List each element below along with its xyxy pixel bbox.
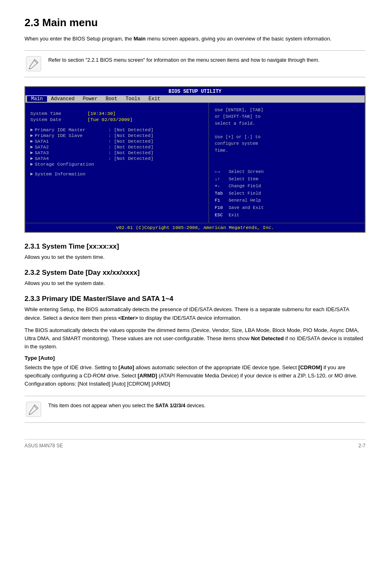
- item-value-primary-ide-slave: : [Not Detected]: [108, 133, 153, 138]
- bios-menu-tools[interactable]: Tools: [121, 96, 144, 102]
- bios-key-esc: ESC Exit: [215, 212, 361, 219]
- bios-help-line-1: Use [ENTER], [TAB]: [215, 107, 361, 114]
- bios-key-select-item: Select Item: [229, 176, 258, 183]
- body3-bold3: [ARMD]: [138, 373, 157, 379]
- note2-text2: devices.: [185, 403, 205, 408]
- item-value-primary-ide-master: : [Not Detected]: [108, 127, 153, 132]
- bios-menubar: Main Advanced Power Boot Tools Exit: [25, 95, 365, 103]
- bios-title: BIOS SETUP UTILITY: [25, 87, 365, 95]
- note-icon-2: [25, 400, 43, 418]
- arrow-icon: ►: [30, 162, 33, 167]
- body1-text2: to display the IDE/SATA device informati…: [138, 315, 241, 321]
- item-label-primary-ide-slave: Primary IDE Slave: [35, 133, 108, 138]
- bios-help-line-6: configure system: [215, 140, 361, 147]
- item-value-sata3: : [Not Detected]: [108, 150, 153, 155]
- intro-paragraph: When you enter the BIOS Setup program, t…: [25, 35, 365, 43]
- bios-left-panel: System Time [19:34:30] System Date [Tue …: [25, 103, 209, 223]
- arrow-icon: ►: [30, 150, 33, 155]
- note-text-2: This item does not appear when you selec…: [48, 400, 206, 410]
- bios-key-pm: +-: [215, 183, 226, 190]
- bios-help-line-4: [215, 127, 361, 134]
- item-label-sata1: SATA1: [35, 139, 108, 144]
- bios-key-save-exit: Save and Exit: [229, 204, 264, 212]
- arrow-icon: ►: [30, 133, 33, 138]
- item-label-sata4: SATA4: [35, 156, 108, 161]
- bios-menu-power[interactable]: Power: [78, 96, 101, 102]
- bios-item-sata2[interactable]: ► SATA2 : [Not Detected]: [30, 144, 205, 150]
- bios-key-exit: Exit: [229, 212, 239, 219]
- footer-left: ASUS M4N78 SE: [25, 443, 63, 449]
- section-233-body1: While entering Setup, the BIOS automatic…: [25, 305, 365, 322]
- bios-help-spacer: [215, 156, 361, 168]
- svg-rect-2: [26, 402, 41, 417]
- bios-key-f10-key: F10: [215, 204, 226, 212]
- arrow-icon: ►: [30, 171, 33, 177]
- item-label-primary-ide-master: Primary IDE Master: [35, 127, 108, 132]
- arrow-icon: ►: [30, 127, 33, 132]
- bios-footer: v02.61 (C)Copyright 1985-2008, American …: [25, 223, 365, 232]
- bios-menu-exit[interactable]: Exit: [144, 96, 164, 102]
- bios-item-sata1[interactable]: ► SATA1 : [Not Detected]: [30, 139, 205, 144]
- bios-key-change-field: Change Field: [229, 183, 261, 190]
- bios-key-nav: ←→ Select Screen: [215, 168, 361, 176]
- page-title: 2.3 Main menu: [25, 16, 365, 29]
- bios-menu-main[interactable]: Main: [27, 96, 47, 102]
- bios-system-time-row: System Time [19:34:30]: [30, 111, 205, 116]
- bios-system-date-row: System Date [Tue 02/03/2009]: [30, 117, 205, 122]
- bios-key-f1: F1 General Help: [215, 197, 361, 204]
- bios-item-system-info[interactable]: ► System Information: [30, 171, 205, 177]
- bios-item-primary-ide-master[interactable]: ► Primary IDE Master : [Not Detected]: [30, 127, 205, 132]
- section-233-title: 2.3.3 Primary IDE Master/Slave and SATA …: [25, 295, 365, 303]
- body3-text1: Selects the type of IDE drive. Setting t…: [25, 364, 119, 370]
- bios-menu-advanced[interactable]: Advanced: [47, 96, 79, 102]
- bios-body: System Time [19:34:30] System Date [Tue …: [25, 103, 365, 223]
- item-value-sata2: : [Not Detected]: [108, 144, 153, 150]
- note-box-2: This item does not appear when you selec…: [25, 396, 365, 423]
- body3-bold2: [CDROM]: [298, 364, 322, 370]
- footer-right: 2-7: [359, 443, 365, 449]
- bios-item-primary-ide-slave[interactable]: ► Primary IDE Slave : [Not Detected]: [30, 133, 205, 138]
- section-232-title: 2.3.2 System Date [Day xx/xx/xxxx]: [25, 269, 365, 277]
- bios-help-text: Use [ENTER], [TAB] or [SHIFT-TAB] to sel…: [215, 107, 361, 154]
- type-auto-heading: Type [Auto]: [25, 355, 365, 361]
- body3-bold1: [Auto]: [119, 364, 134, 370]
- bios-key-plusminus: +- Change Field: [215, 183, 361, 190]
- bios-system-date-label: System Date: [30, 117, 87, 122]
- item-label-storage-config: Storage Configuration: [35, 162, 108, 167]
- bios-help-line-3: select a field.: [215, 120, 361, 127]
- body3-text2: allows automatic selection of the approp…: [134, 364, 298, 370]
- arrow-icon: ►: [30, 144, 33, 150]
- note2-text: This item does not appear when you selec…: [48, 403, 155, 408]
- bios-screen: BIOS SETUP UTILITY Main Advanced Power B…: [25, 86, 365, 233]
- bios-menu-boot[interactable]: Boot: [101, 96, 121, 102]
- bios-system-time-value: [19:34:30]: [87, 111, 116, 116]
- arrow-icon: ►: [30, 139, 33, 144]
- section-231-title: 2.3.1 System Time [xx:xx:xx]: [25, 242, 365, 251]
- section-231-body: Allows you to set the system time.: [25, 253, 365, 261]
- bios-key-general-help: General Help: [229, 197, 261, 204]
- bios-key-updown: ↓↑ Select Item: [215, 176, 361, 183]
- body1-bold: <Enter>: [118, 315, 138, 321]
- bios-key-select-screen: Select Screen: [229, 168, 264, 176]
- bios-key-f10: F10 Save and Exit: [215, 204, 361, 212]
- section-232-body: Allows you to set the system date.: [25, 279, 365, 287]
- intro-text-before: When you enter the BIOS Setup program, t…: [25, 36, 134, 42]
- bios-key-shortcuts: ←→ Select Screen ↓↑ Select Item +- Chang…: [215, 168, 361, 219]
- intro-bold: Main: [134, 36, 146, 42]
- bios-item-sata4[interactable]: ► SATA4 : [Not Detected]: [30, 156, 205, 161]
- body2-bold: Not Detected: [251, 335, 284, 341]
- section-233-body3: Selects the type of IDE drive. Setting t…: [25, 364, 365, 388]
- note2-bold: SATA 1/2/3/4: [155, 403, 185, 408]
- item-label-sata2: SATA2: [35, 144, 108, 150]
- bios-key-tab-key: Tab: [215, 190, 226, 197]
- item-label-sata3: SATA3: [35, 150, 108, 155]
- bios-help-line-2: or [SHIFT-TAB] to: [215, 113, 361, 120]
- item-label-system-info: System Information: [35, 171, 108, 177]
- bios-item-sata3[interactable]: ► SATA3 : [Not Detected]: [30, 150, 205, 155]
- bios-key-updown-arrows: ↓↑: [215, 176, 226, 183]
- bios-key-esc-key: ESC: [215, 212, 226, 219]
- section-233-body2: The BIOS automatically detects the value…: [25, 326, 365, 351]
- bios-item-storage-config[interactable]: ► Storage Configuration: [30, 162, 205, 167]
- intro-text-after: menu screen appears, giving you an overv…: [146, 36, 332, 42]
- bios-help-line-7: Time.: [215, 147, 361, 154]
